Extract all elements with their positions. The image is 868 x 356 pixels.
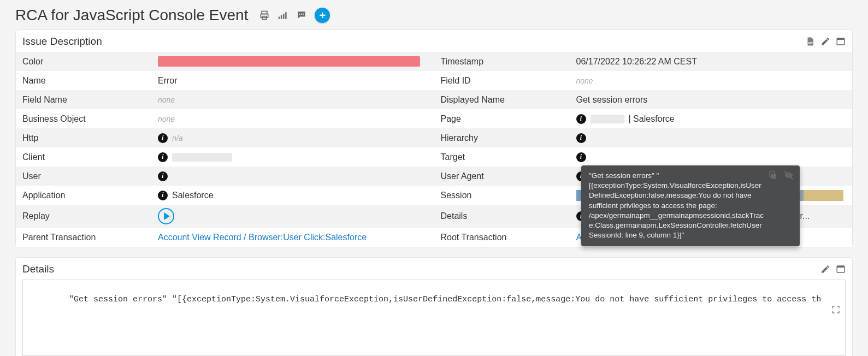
label-details: Details bbox=[441, 211, 576, 221]
svg-rect-12 bbox=[837, 38, 845, 40]
value-field-name: none bbox=[158, 96, 428, 104]
edit-icon[interactable] bbox=[820, 37, 830, 46]
info-icon[interactable]: i bbox=[158, 133, 168, 143]
label-parent-transaction: Parent Transaction bbox=[22, 233, 158, 242]
svg-rect-5 bbox=[283, 14, 285, 19]
link-parent-transaction[interactable]: Account View Record / Browser:User Click… bbox=[158, 233, 367, 242]
label-user: User bbox=[22, 171, 158, 181]
svg-rect-6 bbox=[286, 12, 287, 19]
label-color: Color bbox=[22, 57, 158, 67]
label-session: Session bbox=[441, 191, 576, 200]
label-http: Http bbox=[22, 133, 158, 143]
value-business-object: none bbox=[158, 115, 428, 123]
svg-rect-13 bbox=[771, 174, 776, 179]
edit-icon[interactable] bbox=[820, 264, 830, 274]
svg-point-9 bbox=[303, 14, 304, 15]
signal-icon[interactable] bbox=[277, 10, 288, 21]
label-field-id: Field ID bbox=[441, 76, 576, 86]
details-panel: Details "Get session errors" "[{exceptio… bbox=[15, 257, 853, 356]
details-tooltip: "Get session errors" "[{exceptionType:Sy… bbox=[581, 165, 800, 246]
svg-rect-17 bbox=[837, 266, 845, 268]
title-bar: RCA for JavaScript Console Event + bbox=[15, 7, 853, 24]
play-icon[interactable] bbox=[158, 208, 174, 224]
maximize-icon[interactable] bbox=[836, 37, 846, 46]
info-icon[interactable]: i bbox=[576, 152, 586, 162]
info-icon[interactable]: i bbox=[158, 152, 168, 162]
info-icon[interactable]: i bbox=[576, 114, 586, 124]
value-client-redacted bbox=[172, 153, 232, 162]
value-field-id: none bbox=[576, 76, 846, 85]
label-user-agent: User Agent bbox=[441, 171, 576, 181]
value-page-suffix: | Salesforce bbox=[629, 114, 675, 124]
hide-icon[interactable] bbox=[783, 170, 794, 181]
info-icon[interactable]: i bbox=[158, 171, 168, 181]
label-field-name: Field Name bbox=[22, 95, 158, 105]
issue-description-panel: Issue Description csv Color bbox=[15, 29, 853, 247]
value-http: n/a bbox=[172, 134, 182, 143]
comment-icon[interactable] bbox=[296, 10, 307, 21]
color-swatch bbox=[158, 56, 420, 67]
svg-point-7 bbox=[299, 14, 300, 15]
details-code-text: "Get session errors" "[{exceptionType:Sy… bbox=[69, 295, 821, 304]
label-name: Name bbox=[22, 76, 158, 86]
details-panel-title: Details bbox=[22, 263, 54, 275]
label-replay: Replay bbox=[22, 211, 158, 221]
copy-icon[interactable] bbox=[768, 170, 778, 181]
value-page-redacted bbox=[591, 115, 624, 123]
label-page: Page bbox=[441, 114, 576, 124]
info-icon[interactable]: i bbox=[576, 133, 586, 143]
issue-left-column: Color Name Error Field Name none Busines… bbox=[16, 52, 434, 247]
label-root-transaction: Root Transaction bbox=[441, 233, 576, 242]
svg-rect-3 bbox=[279, 17, 280, 19]
maximize-icon[interactable] bbox=[836, 264, 846, 274]
label-target: Target bbox=[441, 152, 576, 162]
info-icon[interactable]: i bbox=[158, 191, 168, 200]
value-application: Salesforce bbox=[172, 191, 214, 200]
label-displayed-name: Displayed Name bbox=[441, 95, 576, 105]
svg-point-8 bbox=[301, 14, 302, 15]
tooltip-text: "Get session errors" "[{exceptionType:Sy… bbox=[589, 171, 792, 241]
fullscreen-icon[interactable] bbox=[782, 295, 841, 327]
svg-text:csv: csv bbox=[808, 41, 813, 44]
issue-panel-title: Issue Description bbox=[22, 35, 102, 48]
value-name: Error bbox=[158, 76, 428, 86]
print-icon[interactable] bbox=[259, 10, 270, 21]
label-client: Client bbox=[22, 152, 158, 162]
add-button[interactable]: + bbox=[315, 8, 330, 23]
page-title: RCA for JavaScript Console Event bbox=[15, 7, 248, 24]
svg-rect-4 bbox=[281, 15, 282, 19]
value-timestamp: 06/17/2022 10:26:22 AM CEST bbox=[576, 57, 846, 67]
label-application: Application bbox=[22, 191, 158, 200]
label-timestamp: Timestamp bbox=[441, 57, 576, 67]
details-code: "Get session errors" "[{exceptionType:Sy… bbox=[22, 280, 846, 356]
label-business-object: Business Object bbox=[22, 114, 158, 124]
label-hierarchy: Hierarchy bbox=[441, 133, 576, 143]
export-csv-icon[interactable]: csv bbox=[805, 37, 815, 46]
value-displayed-name: Get session errors bbox=[576, 95, 846, 105]
